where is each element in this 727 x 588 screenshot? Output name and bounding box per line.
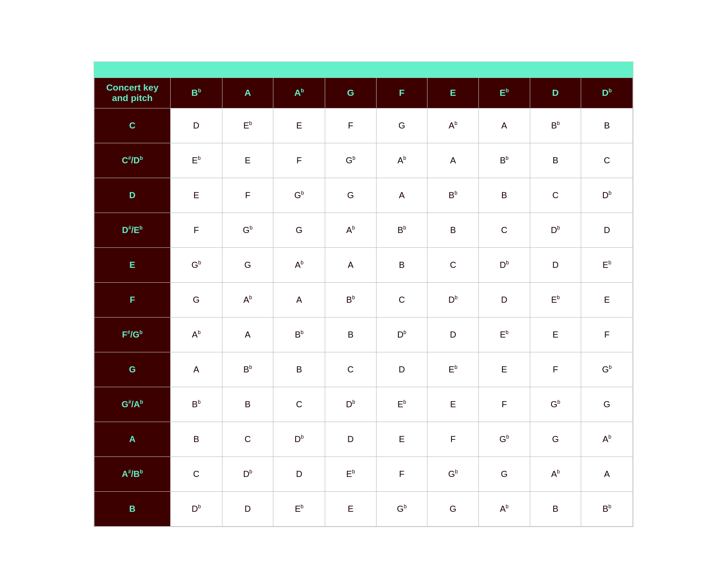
cell-r7-c5: Eb: [427, 352, 479, 387]
cell-r8-c6: F: [478, 387, 530, 422]
cell-r1-c1: E: [222, 143, 273, 178]
cell-r2-c8: Db: [581, 178, 633, 213]
cell-r5-c3: Bb: [325, 282, 376, 317]
row-header-1: C#/Db: [94, 143, 171, 178]
cell-r10-c3: Eb: [325, 456, 376, 491]
row-header-4: E: [94, 247, 171, 282]
cell-r0-c3: F: [325, 108, 376, 143]
row-header-11: B: [94, 491, 171, 526]
table-row: GABbBCDEbEFGb: [94, 352, 633, 387]
cell-r3-c3: Ab: [325, 213, 376, 247]
cell-r3-c2: G: [273, 213, 325, 247]
cell-r7-c8: Gb: [581, 352, 633, 387]
cell-r8-c2: C: [273, 387, 325, 422]
table-row: FGAbABbCDbDEbE: [94, 282, 633, 317]
cell-r11-c7: B: [530, 491, 581, 526]
cell-r7-c0: A: [171, 352, 222, 387]
col-header-bb: Bb: [171, 78, 222, 108]
col-header-db: Db: [581, 78, 633, 108]
cell-r0-c7: Bb: [530, 108, 581, 143]
cell-r11-c3: E: [325, 491, 376, 526]
table-row: D#/EbFGbGAbBbBCDbD: [94, 213, 633, 247]
cell-r1-c7: B: [530, 143, 581, 178]
cell-r9-c1: C: [222, 422, 273, 456]
table-title: [94, 62, 633, 78]
cell-r0-c8: B: [581, 108, 633, 143]
cell-r0-c4: G: [376, 108, 427, 143]
col-header-ab: Ab: [273, 78, 325, 108]
cell-r6-c8: F: [581, 317, 633, 352]
cell-r2-c2: Gb: [273, 178, 325, 213]
cell-r11-c1: D: [222, 491, 273, 526]
cell-r1-c2: F: [273, 143, 325, 178]
transposing-table-wrapper: Concert keyand pitch Bb A Ab G F E Eb D …: [94, 61, 633, 527]
cell-r3-c6: C: [478, 213, 530, 247]
cell-r7-c4: D: [376, 352, 427, 387]
cell-r9-c6: Gb: [478, 422, 530, 456]
col-header-a: A: [222, 78, 273, 108]
table-row: DEFGbGABbBCDb: [94, 178, 633, 213]
cell-r4-c8: Eb: [581, 247, 633, 282]
cell-r5-c7: Eb: [530, 282, 581, 317]
cell-r10-c2: D: [273, 456, 325, 491]
cell-r6-c1: A: [222, 317, 273, 352]
cell-r6-c0: Ab: [171, 317, 222, 352]
cell-r4-c3: A: [325, 247, 376, 282]
cell-r4-c4: B: [376, 247, 427, 282]
cell-r2-c4: A: [376, 178, 427, 213]
cell-r6-c3: B: [325, 317, 376, 352]
cell-r7-c7: F: [530, 352, 581, 387]
cell-r4-c5: C: [427, 247, 479, 282]
cell-r10-c0: C: [171, 456, 222, 491]
cell-r10-c8: A: [581, 456, 633, 491]
column-header-row: Concert keyand pitch Bb A Ab G F E Eb D …: [94, 78, 633, 108]
cell-r4-c7: D: [530, 247, 581, 282]
table-row: ABCDbDEFGbGAb: [94, 422, 633, 456]
cell-r6-c2: Bb: [273, 317, 325, 352]
cell-r8-c7: Gb: [530, 387, 581, 422]
cell-r7-c3: C: [325, 352, 376, 387]
cell-r11-c2: Eb: [273, 491, 325, 526]
col-header-f: F: [376, 78, 427, 108]
cell-r5-c2: A: [273, 282, 325, 317]
cell-r8-c1: B: [222, 387, 273, 422]
row-header-2: D: [94, 178, 171, 213]
cell-r2-c5: Bb: [427, 178, 479, 213]
col-header-d: D: [530, 78, 581, 108]
cell-r5-c6: D: [478, 282, 530, 317]
cell-r7-c1: Bb: [222, 352, 273, 387]
row-header-7: G: [94, 352, 171, 387]
cell-r3-c8: D: [581, 213, 633, 247]
cell-r1-c8: C: [581, 143, 633, 178]
cell-r9-c3: D: [325, 422, 376, 456]
cell-r6-c7: E: [530, 317, 581, 352]
cell-r5-c4: C: [376, 282, 427, 317]
cell-r4-c0: Gb: [171, 247, 222, 282]
table-row: EGbGAbABCDbDEb: [94, 247, 633, 282]
cell-r9-c2: Db: [273, 422, 325, 456]
col-header-eb: Eb: [478, 78, 530, 108]
cell-r9-c4: E: [376, 422, 427, 456]
table-row: G#/AbBbBCDbEbEFGbG: [94, 387, 633, 422]
concert-key-header: Concert keyand pitch: [94, 78, 171, 108]
cell-r5-c0: G: [171, 282, 222, 317]
cell-r11-c8: Bb: [581, 491, 633, 526]
cell-r3-c1: Gb: [222, 213, 273, 247]
cell-r2-c1: F: [222, 178, 273, 213]
cell-r11-c0: Db: [171, 491, 222, 526]
cell-r6-c5: D: [427, 317, 479, 352]
row-header-9: A: [94, 422, 171, 456]
cell-r4-c2: Ab: [273, 247, 325, 282]
row-header-0: C: [94, 108, 171, 143]
cell-r0-c1: Eb: [222, 108, 273, 143]
cell-r6-c4: Db: [376, 317, 427, 352]
cell-r11-c6: Ab: [478, 491, 530, 526]
cell-r0-c5: Ab: [427, 108, 479, 143]
cell-r3-c4: Bb: [376, 213, 427, 247]
cell-r4-c6: Db: [478, 247, 530, 282]
cell-r1-c0: Eb: [171, 143, 222, 178]
table-row: CDEbEFGAbABbB: [94, 108, 633, 143]
cell-r10-c5: Gb: [427, 456, 479, 491]
cell-r10-c6: G: [478, 456, 530, 491]
cell-r2-c7: C: [530, 178, 581, 213]
